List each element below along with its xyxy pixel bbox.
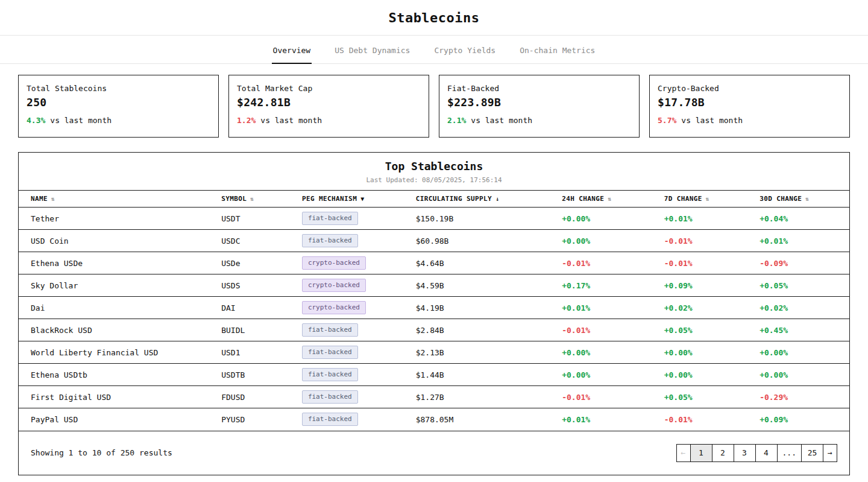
change-7d: +0.05% [664, 319, 760, 341]
page-button-1[interactable]: 1 [690, 444, 712, 462]
stat-card-fiat-backed: Fiat-Backed $223.89B 2.1%vs last month [439, 75, 640, 138]
sort-both-icon: ⇅ [608, 195, 611, 202]
table-row[interactable]: PayPal USDPYUSDfiat-backed$878.05M+0.01%… [19, 408, 849, 431]
column-label: NAME [31, 195, 48, 203]
stat-label: Crypto-Backed [658, 84, 841, 93]
peg-mechanism-cell: fiat-backed [302, 208, 416, 230]
page-button-3[interactable]: 3 [734, 444, 756, 462]
stat-change: 1.2%vs last month [237, 116, 421, 125]
table-body: TetherUSDTfiat-backed$150.19B+0.00%+0.01… [19, 208, 849, 431]
change-30d: +0.45% [760, 319, 849, 341]
stat-change: 4.3%vs last month [27, 116, 210, 125]
table-row[interactable]: World Liberty Financial USDUSD1fiat-back… [19, 341, 849, 364]
table-row[interactable]: First Digital USDFDUSDfiat-backed$1.27B-… [19, 386, 849, 408]
coin-symbol: USDS [221, 274, 302, 297]
coin-symbol: BUIDL [221, 319, 302, 341]
table-row[interactable]: Ethena USDtbUSDTBfiat-backed$1.44B+0.00%… [19, 364, 849, 386]
column-header-peg[interactable]: PEG MECHANISM▼ [302, 191, 416, 208]
circulating-supply: $878.05M [416, 408, 562, 431]
peg-mechanism-cell: crypto-backed [302, 297, 416, 319]
top-stablecoins-panel: Top Stablecoins Last Updated: 08/05/2025… [18, 152, 850, 475]
circulating-supply: $2.13B [416, 341, 562, 364]
coin-symbol: DAI [221, 297, 302, 319]
circulating-supply: $4.19B [416, 297, 562, 319]
circulating-supply: $1.44B [416, 364, 562, 386]
stat-change-suffix: vs last month [471, 116, 532, 125]
table-row[interactable]: Ethena USDeUSDecrypto-backed$4.64B-0.01%… [19, 252, 849, 274]
page-button-2[interactable]: 2 [712, 444, 734, 462]
change-24h: +0.01% [562, 297, 664, 319]
change-7d: +0.09% [664, 274, 760, 297]
tab-overview[interactable]: Overview [272, 36, 312, 64]
coin-name: Dai [19, 297, 221, 319]
table-row[interactable]: BlackRock USDBUIDLfiat-backed$2.84B-0.01… [19, 319, 849, 341]
peg-badge: fiat-backed [302, 323, 358, 337]
change-30d: +0.02% [760, 297, 849, 319]
table-row[interactable]: DaiDAIcrypto-backed$4.19B+0.01%+0.02%+0.… [19, 297, 849, 319]
coin-symbol: USD1 [221, 341, 302, 364]
change-24h: +0.00% [562, 208, 664, 230]
stat-change-suffix: vs last month [681, 116, 743, 125]
column-header-supply[interactable]: CIRCULATING SUPPLY↓ [416, 191, 562, 208]
tab-bar: Overview US Debt Dynamics Crypto Yields … [0, 36, 868, 64]
change-24h: -0.01% [562, 319, 664, 341]
peg-mechanism-cell: crypto-backed [302, 252, 416, 274]
peg-mechanism-cell: crypto-backed [302, 274, 416, 297]
next-page-button[interactable]: → [823, 444, 837, 462]
coin-name: USD Coin [19, 230, 221, 252]
table-title: Top Stablecoins [19, 160, 849, 173]
column-header-d7[interactable]: 7D CHANGE⇅ [664, 191, 760, 208]
table-header-row: NAME⇅SYMBOL⇅PEG MECHANISM▼CIRCULATING SU… [19, 191, 849, 208]
page-button-4[interactable]: 4 [755, 444, 778, 462]
peg-badge: fiat-backed [302, 368, 358, 381]
peg-mechanism-cell: fiat-backed [302, 230, 416, 252]
stat-value: $242.81B [237, 96, 421, 109]
sort-both-icon: ⇅ [51, 195, 55, 202]
change-7d: +0.02% [664, 297, 760, 319]
change-24h: +0.00% [562, 341, 664, 364]
column-header-name[interactable]: NAME⇅ [19, 191, 221, 208]
change-7d: -0.01% [664, 230, 760, 252]
page-button-25[interactable]: 25 [801, 444, 823, 462]
peg-badge: crypto-backed [302, 279, 366, 292]
tab-on-chain-metrics[interactable]: On-chain Metrics [518, 36, 596, 64]
peg-mechanism-cell: fiat-backed [302, 386, 416, 408]
stat-card-total-market-cap: Total Market Cap $242.81B 1.2%vs last mo… [228, 75, 429, 138]
change-30d: +0.00% [760, 364, 849, 386]
coin-name: Tether [19, 208, 221, 230]
stat-change: 5.7%vs last month [658, 116, 841, 125]
stat-card-crypto-backed: Crypto-Backed $17.78B 5.7%vs last month [649, 75, 850, 138]
coin-name: World Liberty Financial USD [19, 341, 221, 364]
table-row[interactable]: USD CoinUSDCfiat-backed$60.98B+0.00%-0.0… [19, 230, 849, 252]
sort-down-icon: ↓ [495, 195, 499, 202]
tab-us-debt-dynamics[interactable]: US Debt Dynamics [333, 36, 411, 64]
stat-cards: Total Stablecoins 250 4.3%vs last month … [18, 75, 850, 138]
change-30d: +0.00% [760, 341, 849, 364]
column-label: 7D CHANGE [664, 195, 702, 203]
tab-crypto-yields[interactable]: Crypto Yields [433, 36, 497, 64]
column-label: 30D CHANGE [760, 195, 802, 203]
stat-card-total-stablecoins: Total Stablecoins 250 4.3%vs last month [18, 75, 219, 138]
coin-name: Sky Dollar [19, 274, 221, 297]
peg-badge: fiat-backed [302, 212, 358, 225]
sort-both-icon: ⇅ [250, 195, 254, 202]
stat-change-pct: 5.7% [658, 116, 676, 125]
column-header-symbol[interactable]: SYMBOL⇅ [221, 191, 302, 208]
peg-mechanism-cell: fiat-backed [302, 408, 416, 431]
change-30d: +0.01% [760, 230, 849, 252]
column-header-h24[interactable]: 24H CHANGE⇅ [562, 191, 664, 208]
peg-badge: crypto-backed [302, 256, 366, 270]
coin-symbol: USDC [221, 230, 302, 252]
stat-value: 250 [27, 96, 210, 109]
circulating-supply: $4.64B [416, 252, 562, 274]
page-title: Stablecoins [0, 10, 868, 25]
table-row[interactable]: TetherUSDTfiat-backed$150.19B+0.00%+0.01… [19, 208, 849, 230]
coin-symbol: FDUSD [221, 386, 302, 408]
circulating-supply: $1.27B [416, 386, 562, 408]
change-24h: +0.01% [562, 408, 664, 431]
page-header: Stablecoins [0, 0, 868, 36]
table-row[interactable]: Sky DollarUSDScrypto-backed$4.59B+0.17%+… [19, 274, 849, 297]
coin-symbol: USDe [221, 252, 302, 274]
pagination: ←1234...25→ [676, 444, 837, 462]
column-header-d30[interactable]: 30D CHANGE⇅ [760, 191, 849, 208]
